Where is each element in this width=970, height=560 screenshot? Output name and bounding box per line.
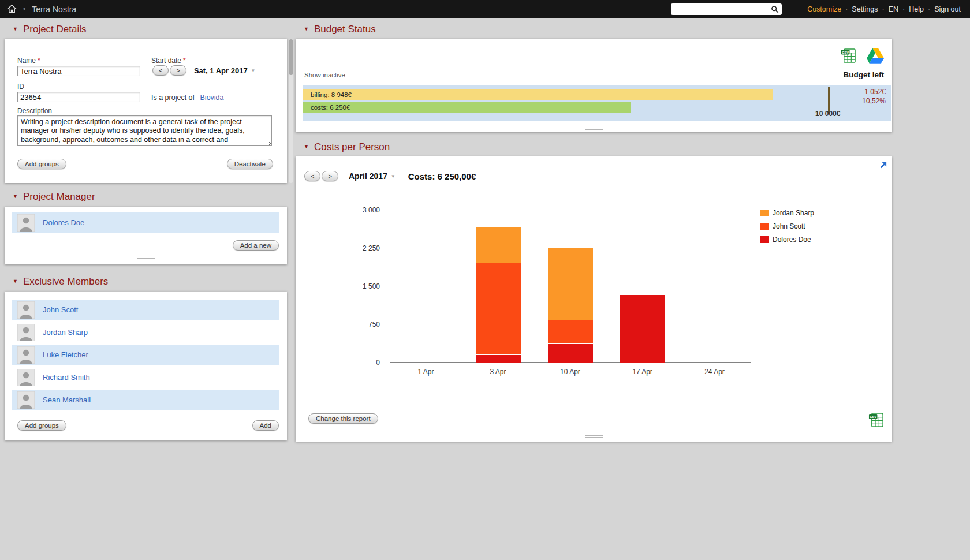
description-textarea[interactable]: Writing a project description document i… [17,115,272,146]
y-tick-label: 0 [376,359,380,367]
member-row[interactable]: Luke Fletcher [12,345,279,365]
id-input[interactable] [17,92,140,102]
drag-handle[interactable] [585,435,603,439]
costs-per-person-card: < > April 2017 ▼ Costs: 6 250,00€ 07501 … [296,156,892,442]
parent-project-link[interactable]: Biovida [200,94,224,102]
period-prev-button[interactable]: < [304,171,320,181]
bar-segment [476,227,521,264]
bar-slot [462,210,534,363]
date-next-button[interactable]: > [170,65,186,76]
show-inactive-toggle[interactable]: Show inactive [304,72,345,79]
add-button[interactable]: Add [252,420,279,431]
member-name-link[interactable]: Sean Marshall [43,395,91,404]
section-costs-per-person[interactable]: ▼ Costs per Person [304,140,892,154]
x-axis: 1 Apr3 Apr10 Apr17 Apr24 Apr [390,368,751,376]
member-name-link[interactable]: Jordan Sharp [43,328,88,337]
add-a-new-button[interactable]: Add a new [233,240,279,251]
topbar-nav: Customize · Settings · EN · Help · Sign … [807,5,961,13]
budget-bar: billing: 8 948€ costs: 6 250€ 1 052€ 10,… [303,85,891,121]
avatar [17,369,35,386]
member-name-link[interactable]: Luke Fletcher [43,350,88,359]
legend-item: John Scott [760,222,841,230]
section-project-manager[interactable]: ▼ Project Manager [13,190,287,204]
description-label: Description [17,107,52,115]
nav-signout[interactable]: Sign out [934,5,961,13]
google-drive-icon[interactable] [867,48,884,66]
period-next-button[interactable]: > [322,171,338,181]
budget-status-card: CSV Budget left Show inactive billing: 8… [296,39,892,132]
bar-segment [548,248,593,320]
member-row[interactable]: Richard Smith [12,367,279,387]
date-prev-button[interactable]: < [152,65,169,76]
member-row[interactable]: Jordan Sharp [12,322,279,342]
avatar [17,301,35,319]
collapse-icon: ▼ [304,144,309,150]
name-input[interactable] [17,66,140,76]
bar-slot [534,210,606,363]
period-control: < > April 2017 ▼ Costs: 6 250,00€ [304,171,476,181]
add-groups-button[interactable]: Add groups [17,420,66,431]
y-axis: 07501 5002 2503 000 [345,210,380,363]
section-title: Budget Status [314,24,376,35]
right-column: ▼ Budget Status CSV Budget left Show ina… [296,19,892,442]
member-name-link[interactable]: Dolores Doe [43,218,84,227]
nav-language[interactable]: EN [889,5,898,13]
member-name-link[interactable]: John Scott [43,305,78,314]
nav-customize[interactable]: Customize [807,5,841,13]
scrollbar[interactable] [289,39,293,183]
date-dropdown-icon[interactable]: ▼ [251,68,256,73]
section-project-details[interactable]: ▼ Project Details [13,23,287,36]
exclusive-members-card: John Scott Jordan Sharp Luke Fletcher Ri… [5,292,287,440]
csv-export-icon[interactable]: CSV [841,48,856,66]
project-manager-card: Dolores Doe Add a new [5,207,287,264]
scrollbar-thumb[interactable] [289,39,293,75]
breadcrumb-separator: • [23,5,25,13]
member-row[interactable]: John Scott [12,300,279,320]
collapse-icon: ▼ [304,26,309,32]
drag-handle[interactable] [137,258,155,262]
budget-left-value: 1 052€ [864,88,886,96]
period-dropdown-icon[interactable]: ▼ [391,174,396,179]
costs-label: costs: 6 250€ [311,104,350,111]
legend-label: Dolores Doe [773,236,811,244]
nav-help[interactable]: Help [909,5,924,13]
project-details-card: Name* Start date* < > Sat, 1 Apr 2017 ▼ … [5,39,287,183]
member-row[interactable]: Dolores Doe [12,212,279,233]
budget-total-label: 10 000€ [805,110,851,118]
topbar: • Terra Nostra Customize · Settings · EN… [0,0,970,18]
nav-separator: · [902,5,905,13]
maximize-icon[interactable] [879,161,887,172]
add-groups-button[interactable]: Add groups [17,159,66,169]
bar-segment [548,320,593,344]
period-label[interactable]: April 2017 [349,171,387,181]
bar-segment [476,263,521,354]
x-tick-label: 3 Apr [462,368,534,376]
deactivate-button[interactable]: Deactivate [227,159,273,169]
section-exclusive-members[interactable]: ▼ Exclusive Members [13,275,287,289]
costs-total-label: Costs: 6 250,00€ [408,171,476,181]
is-project-of: Is a project of Biovida [151,94,224,102]
left-column: ▼ Project Details Name* Start date* < > … [5,19,287,440]
start-date-value[interactable]: Sat, 1 Apr 2017 [194,66,248,75]
bars-row [390,210,751,363]
member-name-link[interactable]: Richard Smith [43,373,90,382]
drag-handle[interactable] [585,126,603,130]
home-icon[interactable] [7,5,17,13]
bar-slot [390,210,462,363]
csv-export-icon[interactable]: CSV [868,412,884,430]
billing-bar: billing: 8 948€ [303,89,773,100]
section-title: Costs per Person [314,141,390,153]
search-input[interactable] [671,3,782,15]
costs-chart: 07501 5002 2503 000 1 Apr3 Apr10 Apr17 A… [390,210,751,363]
member-row[interactable]: Sean Marshall [12,390,279,410]
y-tick-label: 3 000 [363,206,380,214]
name-label: Name* [17,57,40,65]
required-mark: * [38,57,40,65]
section-budget-status[interactable]: ▼ Budget Status [304,23,892,36]
nav-settings[interactable]: Settings [852,5,878,13]
id-label: ID [17,83,24,91]
plot-area [390,210,751,363]
change-report-button[interactable]: Change this report [308,413,378,424]
legend-item: Dolores Doe [760,236,841,244]
search-icon[interactable] [771,5,779,16]
